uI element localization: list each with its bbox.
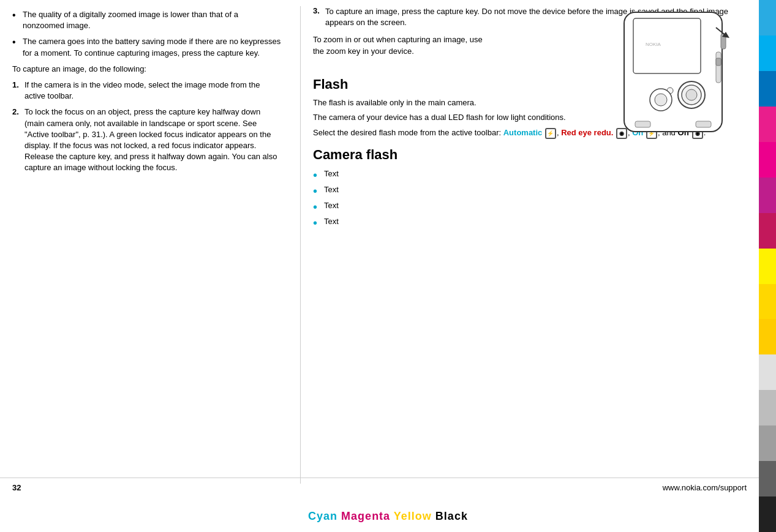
color-block-gray4 bbox=[759, 461, 776, 496]
support-url: www.nokia.com/support bbox=[663, 483, 747, 492]
flash-bullet-item-2: • Text bbox=[313, 184, 747, 197]
svg-rect-14 bbox=[635, 121, 650, 127]
color-block-pink bbox=[759, 213, 776, 249]
cmyk-yellow: Yellow bbox=[394, 510, 432, 522]
flash-bullet-item-1: • Text bbox=[313, 168, 747, 181]
num-label-1: 1. bbox=[12, 80, 24, 102]
bullet-item-1: • The quality of a digitally zoomed imag… bbox=[12, 9, 282, 31]
camera-flash-heading: Camera flash bbox=[313, 147, 747, 163]
flash-bullet-text-3: Text bbox=[324, 200, 339, 212]
numbered-list: 1. If the camera is in the video mode, s… bbox=[12, 80, 282, 174]
svg-point-4 bbox=[686, 89, 697, 100]
numbered-item-2: 2. To lock the focus on an object, press… bbox=[12, 107, 282, 173]
cmyk-cyan: Cyan bbox=[308, 510, 337, 522]
svg-rect-12 bbox=[716, 52, 721, 83]
color-block-gray1 bbox=[759, 354, 776, 390]
color-block-magenta3 bbox=[759, 178, 776, 213]
flash-bullet-icon-4: • bbox=[313, 217, 320, 229]
footer: 32 www.nokia.com/support bbox=[0, 478, 759, 492]
flash-bullet-icon-1: • bbox=[313, 169, 320, 181]
color-block-magenta2 bbox=[759, 142, 776, 178]
bullet-text-2: The camera goes into the battery saving … bbox=[23, 36, 282, 58]
color-sidebar bbox=[759, 0, 776, 532]
flash-bullet-icon-2: • bbox=[313, 185, 320, 197]
zoom-text: To zoom in or out when capturing an imag… bbox=[313, 34, 484, 56]
svg-text:NOKIA: NOKIA bbox=[646, 42, 661, 47]
color-block-cyan2 bbox=[759, 36, 776, 71]
step3-area: 3. To capture an image, press the captur… bbox=[313, 6, 747, 69]
color-block-yellow3 bbox=[759, 319, 776, 354]
color-block-magenta1 bbox=[759, 107, 776, 142]
svg-point-10 bbox=[655, 94, 667, 106]
svg-rect-15 bbox=[696, 121, 711, 127]
intro-text: To capture an image, do the following: bbox=[12, 64, 282, 75]
color-block-yellow2 bbox=[759, 284, 776, 320]
left-column: • The quality of a digitally zoomed imag… bbox=[12, 6, 294, 484]
right-column: 3. To capture an image, press the captur… bbox=[307, 6, 747, 484]
flash-auto: Automatic bbox=[503, 128, 544, 137]
color-block-cyan1 bbox=[759, 0, 776, 36]
color-block-yellow1 bbox=[759, 249, 776, 284]
svg-rect-13 bbox=[716, 58, 721, 66]
flash-bullet-text-1: Text bbox=[324, 168, 339, 180]
flash-bullet-text-4: Text bbox=[324, 215, 339, 228]
flash-bullet-item-4: • Text bbox=[313, 215, 747, 229]
flash-prefix: Select the desired flash mode from the a… bbox=[313, 128, 501, 137]
flash-bullet-text-2: Text bbox=[324, 184, 339, 196]
step3-num: 3. bbox=[313, 6, 325, 28]
camera-svg: NOKIA bbox=[612, 0, 740, 147]
flash-redeye: Red eye redu. bbox=[561, 128, 616, 137]
color-block-gray2 bbox=[759, 390, 776, 425]
flash-auto-icon: ⚡ bbox=[545, 128, 556, 139]
cmyk-black: Black bbox=[435, 510, 468, 522]
camera-flash-section: Camera flash • Text • Text • Text bbox=[313, 147, 747, 229]
numbered-text-1: If the camera is in the video mode, sele… bbox=[24, 80, 282, 102]
num-label-2: 2. bbox=[12, 107, 24, 173]
column-divider bbox=[300, 6, 301, 484]
bullet-icon-1: • bbox=[12, 9, 20, 31]
numbered-text-2: To lock the focus on an object, press th… bbox=[24, 107, 282, 173]
flash-bullet-item-3: • Text bbox=[313, 200, 747, 213]
page-number: 32 bbox=[12, 483, 21, 492]
bullet-item-2: • The camera goes into the battery savin… bbox=[12, 36, 282, 58]
svg-rect-1 bbox=[633, 18, 701, 73]
bullet-icon-2: • bbox=[12, 36, 20, 58]
color-block-black bbox=[759, 496, 776, 532]
camera-device-illustration: NOKIA bbox=[612, 0, 740, 149]
numbered-item-1: 1. If the camera is in the video mode, s… bbox=[12, 80, 282, 102]
color-block-cyan3 bbox=[759, 71, 776, 107]
flash-bullet-icon-3: • bbox=[313, 201, 320, 213]
cmyk-magenta: Magenta bbox=[341, 510, 390, 522]
bullet-text-1: The quality of a digitally zoomed image … bbox=[23, 9, 282, 31]
cmyk-label: Cyan Magenta Yellow Black bbox=[308, 510, 468, 523]
color-block-gray3 bbox=[759, 425, 776, 461]
camera-flash-bullets: • Text • Text • Text • Text bbox=[313, 168, 747, 229]
